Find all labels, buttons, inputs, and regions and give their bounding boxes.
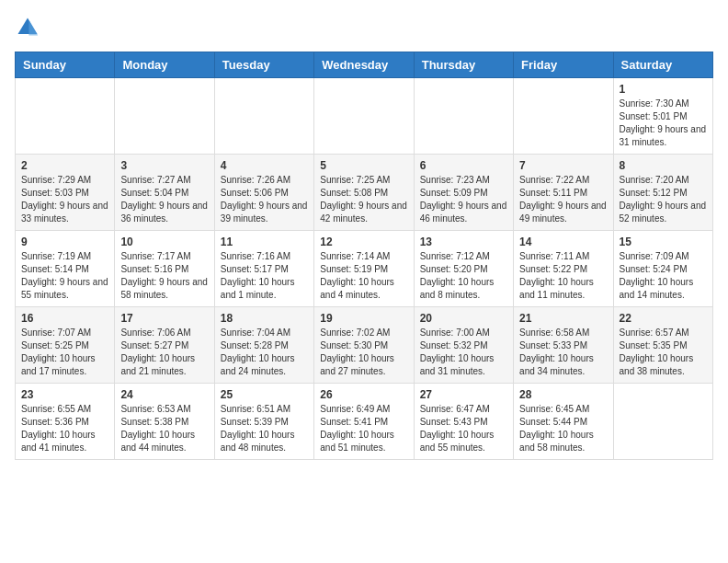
calendar-cell <box>214 78 313 155</box>
day-info: Sunrise: 7:26 AM Sunset: 5:06 PM Dayligh… <box>221 174 308 225</box>
day-number: 14 <box>519 236 607 248</box>
calendar-cell: 9Sunrise: 7:19 AM Sunset: 5:14 PM Daylig… <box>16 231 115 307</box>
svg-marker-1 <box>28 20 38 36</box>
calendar-cell: 17Sunrise: 7:06 AM Sunset: 5:27 PM Dayli… <box>115 307 214 384</box>
day-info: Sunrise: 6:45 AM Sunset: 5:44 PM Dayligh… <box>519 403 607 454</box>
calendar-cell: 15Sunrise: 7:09 AM Sunset: 5:24 PM Dayli… <box>613 231 712 307</box>
calendar-cell <box>514 78 613 155</box>
calendar-cell: 5Sunrise: 7:25 AM Sunset: 5:08 PM Daylig… <box>314 155 414 231</box>
calendar-cell: 22Sunrise: 6:57 AM Sunset: 5:35 PM Dayli… <box>613 307 712 384</box>
day-number: 3 <box>120 159 208 172</box>
day-number: 25 <box>221 388 308 401</box>
day-number: 15 <box>620 236 707 248</box>
calendar-cell: 10Sunrise: 7:17 AM Sunset: 5:16 PM Dayli… <box>115 231 214 307</box>
calendar-cell: 18Sunrise: 7:04 AM Sunset: 5:28 PM Dayli… <box>214 307 313 384</box>
calendar-cell: 4Sunrise: 7:26 AM Sunset: 5:06 PM Daylig… <box>214 155 313 231</box>
day-info: Sunrise: 7:29 AM Sunset: 5:03 PM Dayligh… <box>21 174 108 225</box>
calendar-cell <box>414 78 513 155</box>
day-number: 2 <box>21 159 108 172</box>
day-number: 8 <box>620 159 707 172</box>
weekday-header-monday: Monday <box>115 52 214 78</box>
calendar-table: SundayMondayTuesdayWednesdayThursdayFrid… <box>15 52 713 460</box>
day-info: Sunrise: 7:14 AM Sunset: 5:19 PM Dayligh… <box>320 250 407 302</box>
calendar-cell: 11Sunrise: 7:16 AM Sunset: 5:17 PM Dayli… <box>214 231 313 307</box>
day-info: Sunrise: 6:53 AM Sunset: 5:38 PM Dayligh… <box>120 403 208 454</box>
day-info: Sunrise: 7:06 AM Sunset: 5:27 PM Dayligh… <box>120 327 208 378</box>
calendar-week-3: 9Sunrise: 7:19 AM Sunset: 5:14 PM Daylig… <box>16 231 713 307</box>
calendar-cell <box>115 78 214 155</box>
day-number: 20 <box>420 312 507 325</box>
day-number: 4 <box>221 159 308 172</box>
day-number: 28 <box>519 388 607 401</box>
weekday-header-tuesday: Tuesday <box>214 52 313 78</box>
day-info: Sunrise: 7:20 AM Sunset: 5:12 PM Dayligh… <box>620 174 707 225</box>
calendar-cell: 12Sunrise: 7:14 AM Sunset: 5:19 PM Dayli… <box>314 231 414 307</box>
calendar-cell: 14Sunrise: 7:11 AM Sunset: 5:22 PM Dayli… <box>514 231 613 307</box>
calendar-cell: 8Sunrise: 7:20 AM Sunset: 5:12 PM Daylig… <box>613 155 712 231</box>
day-info: Sunrise: 7:19 AM Sunset: 5:14 PM Dayligh… <box>21 250 108 302</box>
day-info: Sunrise: 6:51 AM Sunset: 5:39 PM Dayligh… <box>221 403 308 454</box>
calendar-week-1: 1Sunrise: 7:30 AM Sunset: 5:01 PM Daylig… <box>16 78 713 155</box>
calendar-cell: 27Sunrise: 6:47 AM Sunset: 5:43 PM Dayli… <box>414 384 513 460</box>
calendar-week-5: 23Sunrise: 6:55 AM Sunset: 5:36 PM Dayli… <box>16 384 713 460</box>
calendar-cell: 13Sunrise: 7:12 AM Sunset: 5:20 PM Dayli… <box>414 231 513 307</box>
day-number: 6 <box>420 159 507 172</box>
day-info: Sunrise: 6:47 AM Sunset: 5:43 PM Dayligh… <box>420 403 507 454</box>
calendar-cell: 21Sunrise: 6:58 AM Sunset: 5:33 PM Dayli… <box>514 307 613 384</box>
day-info: Sunrise: 7:16 AM Sunset: 5:17 PM Dayligh… <box>221 250 308 302</box>
day-number: 10 <box>120 236 208 248</box>
day-info: Sunrise: 7:25 AM Sunset: 5:08 PM Dayligh… <box>320 174 407 225</box>
day-number: 13 <box>420 236 507 248</box>
day-info: Sunrise: 7:22 AM Sunset: 5:11 PM Dayligh… <box>519 174 607 225</box>
day-info: Sunrise: 7:02 AM Sunset: 5:30 PM Dayligh… <box>320 327 407 378</box>
day-info: Sunrise: 6:55 AM Sunset: 5:36 PM Dayligh… <box>21 403 108 454</box>
day-number: 11 <box>221 236 308 248</box>
day-number: 16 <box>21 312 108 325</box>
page-header <box>15 15 713 40</box>
day-info: Sunrise: 7:09 AM Sunset: 5:24 PM Dayligh… <box>620 250 707 302</box>
weekday-header-row: SundayMondayTuesdayWednesdayThursdayFrid… <box>16 52 713 78</box>
weekday-header-friday: Friday <box>514 52 613 78</box>
day-info: Sunrise: 7:04 AM Sunset: 5:28 PM Dayligh… <box>221 327 308 378</box>
day-info: Sunrise: 7:00 AM Sunset: 5:32 PM Dayligh… <box>420 327 507 378</box>
calendar-cell: 23Sunrise: 6:55 AM Sunset: 5:36 PM Dayli… <box>16 384 115 460</box>
day-number: 26 <box>320 388 407 401</box>
calendar-cell: 16Sunrise: 7:07 AM Sunset: 5:25 PM Dayli… <box>16 307 115 384</box>
day-number: 9 <box>21 236 108 248</box>
calendar-cell: 26Sunrise: 6:49 AM Sunset: 5:41 PM Dayli… <box>314 384 414 460</box>
calendar-cell: 3Sunrise: 7:27 AM Sunset: 5:04 PM Daylig… <box>115 155 214 231</box>
calendar-header: SundayMondayTuesdayWednesdayThursdayFrid… <box>16 52 713 78</box>
day-number: 17 <box>120 312 208 325</box>
calendar-cell: 1Sunrise: 7:30 AM Sunset: 5:01 PM Daylig… <box>613 78 712 155</box>
day-info: Sunrise: 7:27 AM Sunset: 5:04 PM Dayligh… <box>120 174 208 225</box>
day-number: 5 <box>320 159 407 172</box>
calendar-cell: 24Sunrise: 6:53 AM Sunset: 5:38 PM Dayli… <box>115 384 214 460</box>
day-info: Sunrise: 7:11 AM Sunset: 5:22 PM Dayligh… <box>519 250 607 302</box>
weekday-header-thursday: Thursday <box>414 52 513 78</box>
day-number: 21 <box>519 312 607 325</box>
day-number: 7 <box>519 159 607 172</box>
calendar-cell: 6Sunrise: 7:23 AM Sunset: 5:09 PM Daylig… <box>414 155 513 231</box>
calendar-cell <box>314 78 414 155</box>
day-number: 12 <box>320 236 407 248</box>
day-info: Sunrise: 7:17 AM Sunset: 5:16 PM Dayligh… <box>120 250 208 302</box>
day-info: Sunrise: 6:57 AM Sunset: 5:35 PM Dayligh… <box>620 327 707 378</box>
day-number: 24 <box>120 388 208 401</box>
calendar-body: 1Sunrise: 7:30 AM Sunset: 5:01 PM Daylig… <box>16 78 713 460</box>
logo-icon <box>15 15 40 40</box>
weekday-header-sunday: Sunday <box>16 52 115 78</box>
calendar-cell <box>16 78 115 155</box>
day-info: Sunrise: 7:23 AM Sunset: 5:09 PM Dayligh… <box>420 174 507 225</box>
calendar-cell: 20Sunrise: 7:00 AM Sunset: 5:32 PM Dayli… <box>414 307 513 384</box>
weekday-header-wednesday: Wednesday <box>314 52 414 78</box>
day-number: 1 <box>620 83 707 96</box>
day-info: Sunrise: 7:30 AM Sunset: 5:01 PM Dayligh… <box>620 98 707 149</box>
day-info: Sunrise: 6:58 AM Sunset: 5:33 PM Dayligh… <box>519 327 607 378</box>
calendar-cell: 28Sunrise: 6:45 AM Sunset: 5:44 PM Dayli… <box>514 384 613 460</box>
day-number: 19 <box>320 312 407 325</box>
calendar-cell: 19Sunrise: 7:02 AM Sunset: 5:30 PM Dayli… <box>314 307 414 384</box>
calendar-week-2: 2Sunrise: 7:29 AM Sunset: 5:03 PM Daylig… <box>16 155 713 231</box>
day-number: 23 <box>21 388 108 401</box>
day-info: Sunrise: 7:12 AM Sunset: 5:20 PM Dayligh… <box>420 250 507 302</box>
logo <box>15 15 44 40</box>
